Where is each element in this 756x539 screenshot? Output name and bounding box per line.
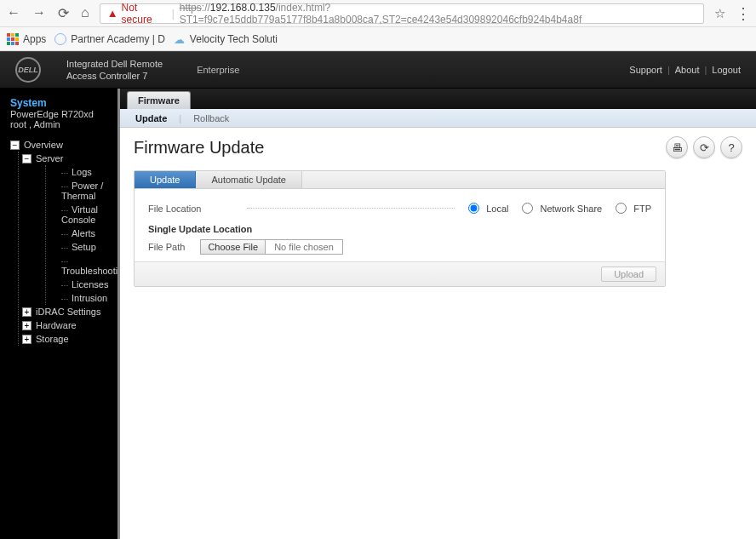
address-bar[interactable]: ▲ Not secure | https://192.168.0.135/ind… (100, 3, 704, 24)
expand-icon[interactable]: + (22, 335, 32, 344)
expand-icon[interactable]: + (22, 307, 32, 317)
file-input[interactable]: Choose File No file chosen (200, 239, 343, 255)
sidebar-header: System PowerEdge R720xd root , Admin (0, 94, 117, 131)
tree-label: iDRAC Settings (36, 307, 100, 317)
panel-tabs: Update Automatic Update (135, 171, 665, 189)
title-actions: 🖶 ⟳ ? (666, 136, 742, 158)
tree-label: Hardware (36, 320, 77, 330)
favicon-icon (54, 33, 66, 45)
radio-local[interactable] (468, 203, 479, 214)
tree-leaf-logs[interactable]: Logs (61, 165, 117, 179)
reload-button[interactable]: ⟳ (58, 5, 69, 21)
collapse-icon[interactable]: − (10, 140, 20, 150)
nav-arrows: ← → ⟳ ⌂ (7, 5, 89, 21)
help-button[interactable]: ? (720, 136, 742, 158)
bookmark-partner-academy[interactable]: Partner Academy | D (54, 33, 165, 45)
tree-node-storage[interactable]: +Storage (19, 332, 117, 346)
about-link[interactable]: About (675, 65, 700, 75)
radio-local-label: Local (486, 204, 508, 214)
single-update-title: Single Update Location (148, 224, 651, 234)
bookmark-label: Partner Academy | D (71, 33, 165, 45)
product-name: Integrated Dell Remote Access Controller… (66, 58, 163, 83)
edition-label: Enterprise (197, 65, 239, 75)
collapse-icon[interactable]: − (22, 154, 32, 163)
bookmark-velocity-tech[interactable]: ☁ Velocity Tech Soluti (174, 33, 278, 45)
browser-menu-icon[interactable]: ⋮ (736, 4, 749, 23)
sidebar: System PowerEdge R720xd root , Admin − O… (0, 89, 117, 539)
tree-node-hardware[interactable]: +Hardware (19, 318, 117, 332)
url-host: 192.168.0.135 (210, 2, 276, 14)
refresh-icon: ⟳ (700, 141, 709, 154)
tree-leaf-power-thermal[interactable]: Power / Thermal (61, 179, 117, 203)
app-header: DELL Integrated Dell Remote Access Contr… (0, 51, 756, 89)
apps-label: Apps (23, 33, 46, 45)
bookmarks-bar: Apps Partner Academy | D ☁ Velocity Tech… (0, 27, 756, 51)
tree-label: Server (36, 153, 63, 163)
bookmark-star-icon[interactable]: ☆ (714, 6, 725, 21)
divider (247, 208, 455, 209)
secondary-tabs: Update | Rollback (120, 109, 756, 128)
tree-label: Overview (24, 140, 63, 150)
back-button[interactable]: ← (7, 5, 20, 21)
panel-tab-update[interactable]: Update (135, 171, 196, 188)
url-text: https://192.168.0.135/index.html?ST1=f9c… (180, 2, 696, 26)
panel-footer: Upload (135, 261, 665, 286)
subtab-rollback[interactable]: Rollback (190, 113, 232, 123)
file-name-display: No file chosen (266, 240, 342, 254)
sidebar-model: PowerEdge R720xd (10, 109, 107, 119)
tree-node-overview[interactable]: − Overview (7, 138, 117, 152)
nav-tree: − Overview − Server LogsPower / ThermalV… (0, 138, 117, 346)
dell-logo-icon: DELL (15, 57, 41, 83)
tree-leaf-licenses[interactable]: Licenses (61, 278, 117, 291)
support-link[interactable]: Support (629, 65, 662, 75)
update-panel: Update Automatic Update File Location Lo… (134, 170, 666, 287)
tree-leaf-virtual-console[interactable]: Virtual Console (61, 203, 117, 226)
tree-leaf-troubleshooting[interactable]: Troubleshooting (61, 254, 117, 278)
forward-button[interactable]: → (32, 5, 46, 21)
favicon-icon: ☁ (174, 33, 186, 45)
upload-button[interactable]: Upload (601, 267, 656, 282)
radio-network-label: Network Share (540, 204, 602, 214)
tree-leaf-alerts[interactable]: Alerts (61, 226, 117, 240)
tree-leaf-intrusion[interactable]: Intrusion (61, 291, 117, 305)
radio-network[interactable] (522, 203, 533, 214)
tab-firmware[interactable]: Firmware (127, 91, 191, 109)
warning-icon: ▲ (107, 7, 118, 20)
file-path-label: File Path (148, 242, 185, 252)
panel-tab-automatic[interactable]: Automatic Update (196, 171, 301, 188)
radio-ftp[interactable] (616, 203, 627, 214)
header-links: Support | About | Logout (629, 65, 741, 75)
sidebar-user: root , Admin (10, 119, 107, 129)
page-title: Firmware Update (134, 138, 264, 158)
expand-icon[interactable]: + (22, 321, 32, 330)
print-button[interactable]: 🖶 (666, 136, 688, 158)
print-icon: 🖶 (672, 141, 683, 154)
location-radio-group: Local Network Share FTP (468, 203, 651, 214)
apps-icon (7, 33, 19, 45)
subtab-update[interactable]: Update (132, 113, 170, 123)
tree-node-server[interactable]: − Server (19, 152, 117, 165)
tree-leaf-setup[interactable]: Setup (61, 240, 117, 254)
browser-toolbar: ← → ⟳ ⌂ ▲ Not secure | https://192.168.0… (0, 0, 756, 27)
bookmark-label: Velocity Tech Soluti (190, 33, 278, 45)
sidebar-title: System (10, 97, 107, 109)
apps-shortcut[interactable]: Apps (7, 33, 46, 45)
logout-link[interactable]: Logout (712, 65, 741, 75)
refresh-button[interactable]: ⟳ (693, 136, 715, 158)
content-area: Firmware Update | Rollback Firmware Upda… (117, 89, 756, 539)
security-indicator[interactable]: ▲ Not secure (107, 2, 167, 26)
home-button[interactable]: ⌂ (81, 5, 89, 21)
file-location-label: File Location (148, 204, 233, 214)
not-secure-label: Not secure (122, 2, 167, 26)
help-icon: ? (728, 141, 734, 154)
primary-tabs: Firmware (120, 89, 756, 109)
choose-file-button[interactable]: Choose File (201, 240, 266, 254)
tree-node-idrac-settings[interactable]: +iDRAC Settings (19, 305, 117, 318)
radio-ftp-label: FTP (633, 204, 651, 214)
url-scheme: https (180, 2, 202, 14)
tree-label: Storage (36, 334, 69, 344)
